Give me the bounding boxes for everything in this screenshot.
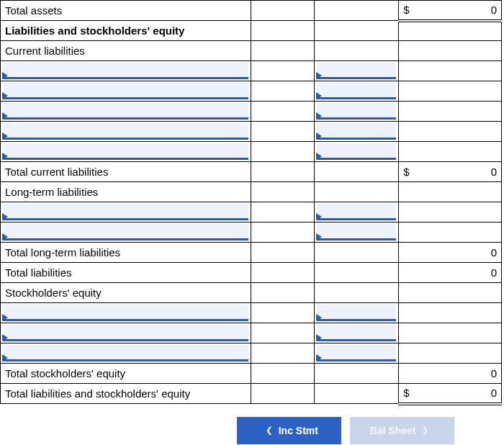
input-row-lt-2 — [1, 223, 502, 243]
label-total-long-term-liabilities: Total long-term liabilities — [1, 243, 251, 263]
input-cl-2-label[interactable] — [3, 83, 248, 99]
input-row-lt-1 — [1, 202, 502, 223]
row-current-liabilities: Current liabilities — [1, 41, 502, 61]
balance-sheet-table: Total assets $ 0 Liabilities and stockho… — [0, 0, 502, 405]
input-row-se-2 — [1, 323, 502, 343]
input-lt-1-label[interactable] — [3, 204, 248, 220]
chevron-right-icon — [2, 314, 8, 321]
amount-total-long-term-liabilities: 0 — [403, 243, 497, 262]
chevron-right-icon — [2, 112, 8, 120]
input-cl-4-value[interactable] — [317, 123, 396, 140]
chevron-right-icon — [316, 72, 322, 79]
next-button[interactable]: Bal Sheet ❯ — [350, 417, 454, 444]
label-total-liab-and-equity: Total liabilities and stockholders' equi… — [1, 384, 251, 404]
input-row-se-3 — [1, 343, 502, 364]
input-cl-1-value[interactable] — [317, 63, 396, 79]
row-total-liabilities: Total liabilities 0 — [1, 263, 502, 283]
prev-button[interactable]: ❮ Inc Stmt — [237, 417, 341, 444]
amount-total-liabilities: 0 — [403, 263, 497, 282]
chevron-right-icon — [316, 233, 322, 241]
label-total-assets: Total assets — [1, 1, 251, 21]
label-stockholders-equity: Stockholders' equity — [1, 283, 251, 303]
input-lt-2-label[interactable] — [3, 224, 248, 241]
chevron-right-icon — [316, 354, 322, 361]
chevron-right-icon — [2, 153, 8, 160]
chevron-right-icon — [2, 132, 8, 140]
chevron-right-icon — [316, 314, 322, 321]
input-se-1-label[interactable] — [3, 305, 248, 321]
input-row-cl-5 — [1, 142, 502, 162]
row-total-assets: Total assets $ 0 — [1, 1, 502, 21]
label-long-term-liabilities: Long-term liabilities — [1, 182, 251, 202]
input-row-cl-3 — [1, 102, 502, 122]
chevron-right-icon — [316, 213, 322, 220]
row-total-stockholders-equity: Total stockholders' equity 0 — [1, 364, 502, 384]
amount-total-assets: $ 0 — [403, 1, 497, 19]
row-total-current-liabilities: Total current liabilities $ 0 — [1, 162, 502, 182]
input-row-cl-2 — [1, 81, 502, 102]
chevron-right-icon — [2, 354, 8, 361]
chevron-right-icon — [2, 92, 8, 99]
chevron-right-icon — [2, 233, 8, 241]
chevron-right-icon: ❯ — [416, 423, 435, 437]
input-lt-1-value[interactable] — [317, 204, 396, 220]
label-total-liabilities: Total liabilities — [1, 263, 251, 283]
input-cl-2-value[interactable] — [317, 83, 396, 99]
chevron-right-icon — [2, 334, 8, 341]
label-current-liabilities: Current liabilities — [1, 41, 251, 61]
bottom-nav: ❮ Inc Stmt Bal Sheet ❯ — [0, 417, 504, 444]
input-cl-5-value[interactable] — [317, 143, 396, 160]
row-stockholders-equity: Stockholders' equity — [1, 283, 502, 303]
input-cl-3-value[interactable] — [317, 103, 396, 120]
amount-total-liab-and-equity: $ 0 — [403, 384, 497, 403]
input-row-cl-4 — [1, 122, 502, 142]
chevron-right-icon — [2, 72, 8, 79]
next-button-label: Bal Sheet — [370, 425, 416, 436]
input-se-2-label[interactable] — [3, 325, 248, 341]
amount-total-stockholders-equity: 0 — [403, 364, 497, 383]
row-total-liab-and-equity: Total liabilities and stockholders' equi… — [1, 384, 502, 404]
input-lt-2-value[interactable] — [317, 224, 396, 241]
amount-total-current-liabilities: $ 0 — [403, 162, 497, 181]
input-row-cl-1 — [1, 61, 502, 81]
row-total-long-term-liabilities: Total long-term liabilities 0 — [1, 243, 502, 263]
input-cl-3-label[interactable] — [3, 103, 248, 120]
chevron-right-icon — [2, 213, 8, 220]
chevron-right-icon — [316, 334, 322, 341]
row-long-term-liabilities: Long-term liabilities — [1, 182, 502, 202]
input-se-2-value[interactable] — [317, 325, 396, 341]
input-se-3-value[interactable] — [317, 345, 396, 361]
input-row-se-1 — [1, 303, 502, 323]
label-total-current-liabilities: Total current liabilities — [1, 162, 251, 182]
label-total-stockholders-equity: Total stockholders' equity — [1, 364, 251, 384]
input-cl-1-label[interactable] — [3, 63, 248, 79]
label-liab-equity-header: Liabilities and stockholders' equity — [1, 21, 251, 41]
chevron-left-icon: ❮ — [260, 423, 279, 437]
input-cl-5-label[interactable] — [3, 143, 248, 160]
prev-button-label: Inc Stmt — [279, 425, 318, 436]
chevron-right-icon — [316, 132, 322, 140]
input-cl-4-label[interactable] — [3, 123, 248, 140]
row-liab-equity-header: Liabilities and stockholders' equity — [1, 21, 502, 41]
chevron-right-icon — [316, 153, 322, 160]
input-se-3-label[interactable] — [3, 345, 248, 361]
chevron-right-icon — [316, 92, 322, 99]
chevron-right-icon — [316, 112, 322, 120]
input-se-1-value[interactable] — [317, 305, 396, 321]
